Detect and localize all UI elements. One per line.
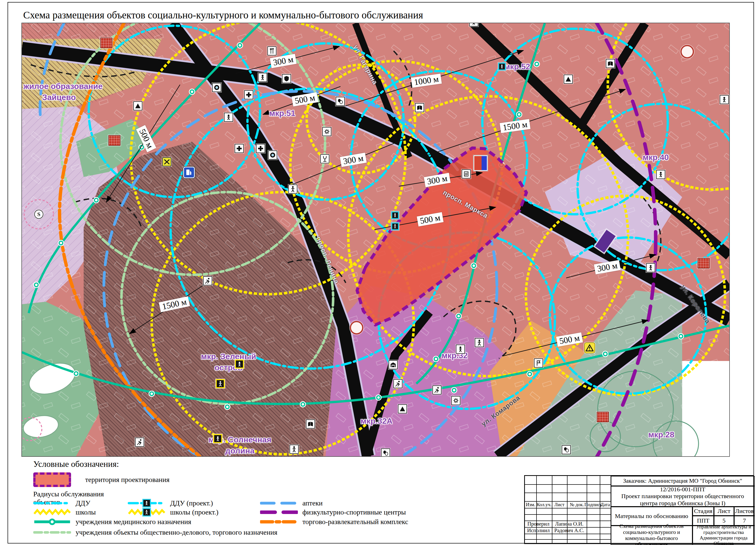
warn-icon[interactable]	[584, 342, 595, 354]
child-icon[interactable]	[258, 73, 267, 82]
triangle-icon[interactable]	[133, 101, 142, 110]
person-icon[interactable]	[216, 379, 225, 388]
stadium-icon[interactable]	[350, 321, 363, 335]
tb-checked-label: Проверил	[525, 521, 552, 527]
tb-author-label: Исполнил	[525, 527, 552, 534]
masks-icon[interactable]	[381, 449, 390, 457]
legend-row-school-proj: школы (проект.)	[128, 507, 218, 518]
hammer-icon[interactable]	[162, 157, 171, 166]
tb-grid-line	[600, 476, 600, 543]
tb-project-line2: центра города Обнинска (Зоны I)	[640, 500, 726, 507]
tb-org: Управление архитектуры и градостроительс…	[692, 526, 755, 545]
legend-row-trk: торгово-развлекательный комплекс	[260, 516, 408, 527]
map-layers	[22, 23, 729, 456]
zone-layer	[22, 23, 729, 456]
flag-icon[interactable]	[534, 359, 543, 368]
district-label: мкр.51	[269, 109, 295, 118]
tb-col-izm: Изм.	[525, 501, 536, 508]
territory-label: территория проектирования	[85, 476, 170, 484]
tb-stage-label: Стадия	[692, 507, 714, 516]
tb-sheet-label: Лист	[714, 507, 734, 516]
book-icon[interactable]	[606, 59, 615, 68]
sheet: Схема размещения объектов социально-куль…	[0, 0, 756, 545]
med-line-swatch	[33, 516, 71, 527]
scircle-icon[interactable]: S	[34, 210, 43, 219]
fuel-icon[interactable]	[183, 167, 195, 178]
person-icon[interactable]	[391, 222, 399, 230]
child-icon[interactable]	[720, 95, 729, 104]
child-icon[interactable]	[656, 170, 665, 179]
biz-line-swatch	[33, 527, 71, 538]
dot-icon[interactable]	[268, 150, 277, 159]
runner-icon[interactable]	[203, 276, 212, 286]
child-icon[interactable]	[498, 63, 506, 71]
runner-icon[interactable]	[393, 379, 402, 388]
tb-col-koluch: Кол.уч.	[536, 501, 552, 508]
bldg2-icon[interactable]	[474, 155, 488, 171]
district-label: долина	[225, 446, 255, 456]
kindergarten-proj-icon	[142, 499, 151, 507]
tb-col-data: Дата	[600, 501, 611, 508]
bldg-icon[interactable]	[597, 412, 609, 422]
garage-icon[interactable]	[389, 360, 398, 369]
triangle-icon[interactable]	[398, 404, 407, 413]
tb-sheets-label: Листов	[734, 507, 755, 516]
hands-icon[interactable]	[320, 154, 329, 163]
tb-doc-code: 12/2016-001-ППТ	[660, 486, 705, 493]
runner-icon[interactable]	[135, 438, 144, 447]
child-icon[interactable]	[456, 345, 465, 354]
page-title: Схема размещения объектов социально-куль…	[23, 9, 423, 21]
legend-territory-row: территория проектирования	[33, 472, 170, 487]
district-label: мкр.32А	[361, 417, 393, 426]
runner-icon[interactable]	[432, 386, 442, 395]
gear-icon[interactable]	[322, 127, 331, 136]
district-label: мкр.40	[643, 153, 669, 162]
child-icon[interactable]	[646, 263, 655, 272]
legend-row-biz: учреждения объекты общественно-делового,…	[33, 527, 277, 538]
trk-line-swatch	[260, 516, 298, 527]
dot-icon[interactable]	[212, 83, 221, 92]
person-icon[interactable]	[290, 445, 299, 454]
school-proj-icon	[142, 508, 151, 517]
person-icon[interactable]	[288, 184, 297, 193]
triangle-icon[interactable]	[564, 75, 573, 84]
child-icon[interactable]	[469, 23, 478, 26]
legend-row-med: учреждения медицинского назначения	[33, 516, 191, 527]
masks-icon[interactable]	[336, 97, 345, 106]
tb-checked-name: Лапина О.И.	[552, 521, 587, 527]
district-label: мкр. Зеленый	[201, 352, 256, 361]
book-icon[interactable]	[306, 420, 315, 429]
book-icon[interactable]	[415, 103, 424, 112]
bldg-icon[interactable]	[698, 258, 710, 268]
z-icon[interactable]	[462, 169, 471, 178]
legend: Условные обозначения: территория проекти…	[33, 459, 119, 469]
map-canvas[interactable]: 300 м500 м1000 м1500 м300 м300 м500 м500…	[21, 23, 730, 457]
gear-icon[interactable]	[451, 396, 460, 405]
title-block: Изм. Кол.уч. Лист № док. Подпись Дата Пр…	[524, 475, 754, 544]
tb-col-list: Лист	[552, 501, 567, 508]
cross-icon[interactable]	[244, 90, 253, 99]
district-label: Зайцево	[42, 93, 76, 102]
tb-author-name: Радович А.С.	[552, 527, 587, 534]
tb-grid-line	[587, 476, 587, 543]
person-icon[interactable]	[475, 338, 484, 347]
stadium-icon[interactable]	[680, 45, 694, 58]
child-icon[interactable]	[213, 434, 222, 443]
shield-icon[interactable]	[282, 74, 291, 83]
tb-project: 12/2016-001-ППТ Проект планировки террит…	[611, 486, 755, 507]
tb-col-ndok: № док.	[567, 501, 587, 508]
territory-swatch	[33, 472, 71, 487]
bldg-icon[interactable]	[108, 135, 120, 146]
fork-icon[interactable]	[267, 46, 276, 55]
district-label: мкр.28	[648, 430, 674, 439]
cross-icon[interactable]	[235, 144, 244, 153]
legend-heading: Условные обозначения:	[33, 459, 119, 469]
child-icon[interactable]	[235, 360, 244, 369]
child-icon[interactable]	[391, 211, 399, 219]
cross-icon[interactable]	[256, 144, 265, 153]
child-icon[interactable]	[224, 113, 233, 122]
school-proj-swatch	[128, 507, 166, 518]
bldg-icon[interactable]	[100, 38, 112, 48]
tb-scheme-title: Схема размещения объектов социально-куль…	[611, 526, 692, 545]
masks-icon[interactable]	[562, 445, 571, 454]
